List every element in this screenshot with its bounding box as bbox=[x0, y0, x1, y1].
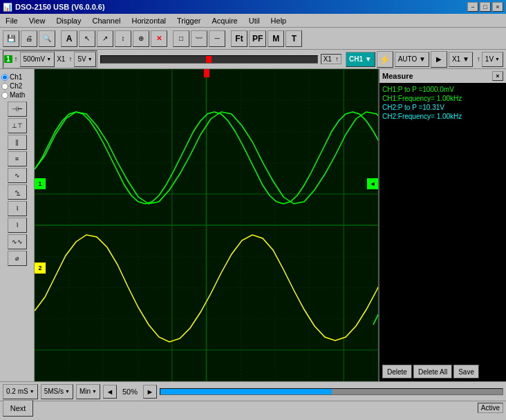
ch1-arrow-icon: ↑ bbox=[13, 55, 19, 63]
title-bar-controls: − □ × bbox=[467, 2, 503, 12]
ch1-pp-measurement: CH1:P to P =1000.0mV bbox=[382, 86, 503, 93]
ch1-level-marker: 1 bbox=[35, 178, 46, 189]
menu-view[interactable]: View bbox=[26, 16, 48, 26]
prev-button[interactable]: ◄ bbox=[103, 385, 117, 399]
menu-trigger[interactable]: Trigger bbox=[174, 16, 203, 26]
active-badge: Active bbox=[478, 403, 503, 413]
run-button[interactable]: ▶ bbox=[431, 51, 447, 68]
math-radio[interactable]: Math bbox=[1, 91, 25, 99]
ch1-coupling-dropdown[interactable]: 5V bbox=[74, 52, 95, 67]
ch1-radio-label: Ch1 bbox=[10, 73, 22, 81]
channel-controls: 1 ↑ 500mV X1 ↑ 5V X1 ↑ CH1 ▼ ⚡ AUTO ▼ ▶ … bbox=[0, 50, 506, 69]
zoom-button[interactable]: 🔍 bbox=[39, 30, 55, 47]
tool-icon-2[interactable]: ⊥⊤ bbox=[8, 118, 27, 133]
menu-channel[interactable]: Channel bbox=[89, 16, 123, 26]
x1-button[interactable]: X1 ▼ bbox=[449, 52, 473, 67]
trigger-level-marker: ◄ bbox=[367, 178, 378, 189]
title-bar: 📊 DSO-2150 USB (V6.0.0.6) − □ × bbox=[0, 0, 506, 14]
menu-acquire[interactable]: Acquire bbox=[209, 16, 240, 26]
ch2-radio[interactable]: Ch2 bbox=[1, 82, 22, 90]
resize-button[interactable]: ↕ bbox=[115, 30, 131, 47]
ch-selector[interactable]: CH1 ▼ bbox=[346, 52, 375, 67]
tool-icon-9[interactable]: ∿∿ bbox=[8, 234, 27, 249]
measure-buttons: Delete Delete All Save bbox=[380, 362, 506, 381]
ch2-arrow-icon: ↑ bbox=[334, 55, 340, 63]
oscilloscope-grid bbox=[35, 69, 378, 381]
status-right: Active bbox=[478, 403, 503, 413]
maximize-button[interactable]: □ bbox=[480, 2, 491, 12]
tool-icon-10[interactable]: ⌀ bbox=[8, 251, 27, 266]
title-bar-left: 📊 DSO-2150 USB (V6.0.0.6) bbox=[3, 3, 105, 12]
ch1-arrow2-icon: ↑ bbox=[67, 55, 73, 63]
ch1-volt-dropdown[interactable]: 500mV bbox=[20, 52, 55, 67]
ch1-freq-measurement: CH1:Frequency= 1.00kHz bbox=[382, 95, 503, 102]
tool-icon-4[interactable]: ≡ bbox=[8, 151, 27, 166]
bottom-controls: 0.2 mS 5MS/s Min ◄ 50% ► bbox=[0, 381, 506, 401]
cursor-button[interactable]: ↖ bbox=[79, 30, 95, 47]
menu-file[interactable]: File bbox=[3, 16, 21, 26]
crosshair-button[interactable]: ⊕ bbox=[133, 30, 149, 47]
main-layout: Ch1 Ch2 Math ⊣⊢ ⊥⊤ || ≡ ∿ ∿̲ ⌇ ⌇ ∿∿ ⌀ bbox=[0, 69, 506, 381]
rect-button[interactable]: □ bbox=[173, 30, 189, 47]
toolbar: 💾 🖨 🔍 A ↖ ↗ ↕ ⊕ ✕ □ 〰 ─ Ft PF M T bbox=[0, 28, 506, 50]
ch1-volt-display: ↑ bbox=[477, 55, 480, 63]
time-div-dropdown[interactable]: 0.2 mS bbox=[3, 384, 38, 399]
measure-data: CH1:P to P =1000.0mV CH1:Frequency= 1.00… bbox=[380, 83, 506, 362]
tool-icon-7[interactable]: ⌇ bbox=[8, 201, 27, 216]
measure-title-label: Measure bbox=[382, 72, 413, 80]
menu-display[interactable]: Display bbox=[53, 16, 84, 26]
next-button[interactable]: ► bbox=[143, 385, 157, 399]
tool-icon-6[interactable]: ∿̲ bbox=[8, 184, 27, 200]
auto-button[interactable]: AUTO ▼ bbox=[395, 52, 429, 67]
print-button[interactable]: 🖨 bbox=[21, 30, 37, 47]
app-title: DSO-2150 USB (V6.0.0.6) bbox=[15, 3, 105, 11]
ch2-level-marker: 2 bbox=[35, 262, 46, 274]
tool-icon-3[interactable]: || bbox=[8, 135, 27, 150]
pf-button[interactable]: PF bbox=[249, 30, 266, 47]
menu-util[interactable]: Util bbox=[246, 16, 263, 26]
minimize-button[interactable]: − bbox=[467, 2, 478, 12]
line-button[interactable]: ─ bbox=[209, 30, 225, 47]
position-bar bbox=[160, 388, 503, 395]
menu-bar: File View Display Channel Horizontal Tri… bbox=[0, 14, 506, 28]
probe-button[interactable]: ⚡ bbox=[377, 51, 393, 68]
status-bar: Next Active bbox=[0, 401, 506, 414]
m-button[interactable]: M bbox=[268, 30, 284, 47]
delete-button[interactable]: Delete bbox=[382, 365, 412, 379]
next-status-button[interactable]: Next bbox=[3, 400, 33, 417]
wave-button[interactable]: 〰 bbox=[191, 30, 207, 47]
menu-help[interactable]: Help bbox=[268, 16, 290, 26]
trigger-bar bbox=[100, 55, 318, 64]
tool-icon-5[interactable]: ∿ bbox=[8, 168, 27, 183]
ft-button[interactable]: Ft bbox=[231, 30, 247, 47]
close-button[interactable]: × bbox=[492, 2, 503, 12]
ch2-x1-label: X1 bbox=[322, 55, 333, 63]
save-button[interactable]: 💾 bbox=[3, 30, 19, 47]
tool-icon-8[interactable]: ⌇ bbox=[8, 218, 27, 233]
math-radio-label: Math bbox=[10, 91, 25, 99]
measure-title-bar: Measure × bbox=[380, 69, 506, 83]
delete-all-button[interactable]: Delete All bbox=[413, 365, 452, 379]
text-tool-button[interactable]: A bbox=[61, 30, 77, 47]
mode-dropdown[interactable]: Min bbox=[76, 384, 100, 399]
status-left: Next bbox=[3, 400, 33, 417]
ch2-pp-measurement: CH2:P to P =10.31V bbox=[382, 104, 503, 111]
menu-horizontal[interactable]: Horizontal bbox=[129, 16, 169, 26]
measure-panel: Measure × CH1:P to P =1000.0mV CH1:Frequ… bbox=[378, 69, 506, 381]
ch1-indicator: 1 bbox=[4, 55, 12, 63]
position-percent: 50% bbox=[120, 388, 140, 396]
ch2-freq-measurement: CH2:Frequency= 1.00kHz bbox=[382, 113, 503, 120]
cross-button[interactable]: ✕ bbox=[151, 30, 167, 47]
ch2-radio-label: Ch2 bbox=[10, 82, 22, 90]
measure-close-button[interactable]: × bbox=[492, 71, 503, 81]
position-fill bbox=[160, 389, 332, 394]
ch1-radio[interactable]: Ch1 bbox=[1, 73, 22, 81]
trigger-position-marker bbox=[204, 69, 209, 77]
sample-rate-dropdown[interactable]: 5MS/s bbox=[41, 384, 73, 399]
arrow-button[interactable]: ↗ bbox=[97, 30, 113, 47]
tool-icon-1[interactable]: ⊣⊢ bbox=[8, 102, 27, 117]
save-measure-button[interactable]: Save bbox=[453, 365, 479, 379]
ch1-x1-label: X1 bbox=[55, 55, 66, 63]
volt-scale-dropdown[interactable]: 1V bbox=[482, 52, 503, 67]
t-button[interactable]: T bbox=[285, 30, 302, 47]
